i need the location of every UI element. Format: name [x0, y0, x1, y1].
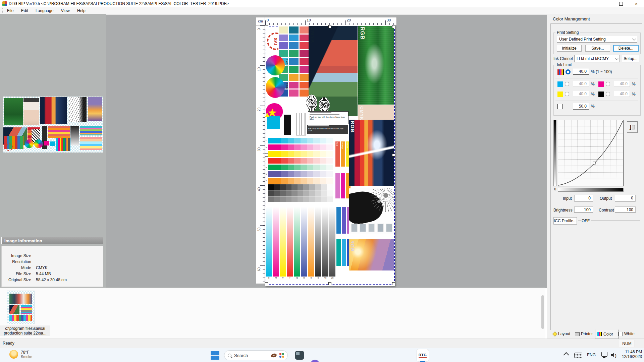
taskbar-app-console[interactable] — [295, 351, 304, 360]
job-thumbnail[interactable] — [7, 291, 34, 324]
selection-handle[interactable] — [265, 154, 268, 157]
taskbar: 78°F Smoke Search DTG ENG ) — [0, 348, 644, 362]
taskbar-app-dtg-active[interactable]: DTG — [417, 349, 429, 361]
tray-network-icon[interactable] — [601, 352, 607, 357]
delete-button[interactable]: Delete... — [613, 45, 639, 52]
tab-color[interactable]: Color — [595, 329, 619, 339]
tray-language[interactable]: ENG — [587, 353, 596, 357]
thumb-art — [21, 305, 32, 314]
gradient-column-label: g — [294, 277, 300, 280]
curve-channel-button[interactable]: ] — [627, 121, 638, 133]
document-page[interactable]: SAI CMYK RGB CMYK CMYK RGB — [265, 25, 395, 286]
initialize-button[interactable]: Initialize — [557, 45, 582, 52]
taskbar-app-meet[interactable] — [311, 360, 319, 362]
gray-step — [274, 196, 280, 202]
selection-handle[interactable] — [328, 25, 331, 28]
fade-step — [275, 151, 281, 157]
tray-clock[interactable]: 11:46 PM 12/16/2023 — [616, 350, 642, 359]
menu-gripper[interactable] — [2, 8, 3, 13]
black-radio[interactable] — [606, 92, 610, 96]
yellow-radio[interactable] — [565, 92, 569, 96]
contrast-field[interactable]: 100 — [615, 206, 636, 213]
gray-step — [327, 190, 333, 196]
selection-handle[interactable] — [392, 25, 395, 28]
collage-color-rows — [80, 126, 102, 135]
maximize-button[interactable] — [613, 0, 629, 7]
print-setting-dropdown[interactable]: User Defined Print Setting — [557, 36, 637, 43]
image-information-header: Image Information — [1, 237, 103, 244]
contrast-label: Contrast — [599, 208, 614, 213]
fade-bar — [268, 138, 333, 143]
close-button[interactable]: × — [629, 0, 644, 7]
all-channels-radio[interactable] — [566, 69, 571, 74]
tray-chevron-up-icon[interactable] — [564, 352, 569, 358]
setup-button[interactable]: Setup... — [622, 55, 639, 62]
output-field[interactable]: 0 — [615, 195, 636, 201]
swatch-cell — [300, 74, 309, 81]
canvas-area[interactable]: cm 0102030 0102030405060 SAI CMYK — [106, 14, 547, 288]
magenta-limit-field[interactable]: 40.0 — [614, 81, 630, 87]
fade-step — [307, 165, 313, 170]
tray-keyboard-icon[interactable] — [574, 353, 582, 358]
gray-step — [280, 196, 286, 202]
start-button[interactable] — [211, 351, 219, 360]
minimize-button[interactable] — [598, 0, 613, 7]
save-button[interactable]: Save... — [585, 45, 610, 52]
input-field[interactable]: 0 — [574, 195, 593, 201]
v-ruler-label: 40 — [257, 187, 261, 192]
fade-step — [275, 165, 281, 170]
selection-handle[interactable] — [328, 282, 331, 285]
h-ruler-label: 10 — [307, 18, 311, 22]
job-caption[interactable]: c:\program files\sai\sai production suit… — [0, 325, 50, 336]
yellow-limit-field[interactable]: 40.0 — [573, 91, 589, 97]
tab-layout[interactable]: Layout — [551, 329, 576, 338]
search-box[interactable]: Search — [224, 350, 288, 360]
menu-help[interactable]: Help — [74, 8, 89, 14]
swatch-cell — [300, 58, 309, 65]
title-bar[interactable]: DTG RIP Ver10.5 <C:\PROGRAM FILES\SAI\SA… — [0, 0, 644, 8]
black-limit-field[interactable]: 40.0 — [614, 91, 630, 97]
gray-step — [268, 190, 274, 196]
gradient-column: o — [308, 207, 314, 280]
h-ruler-label: 20 — [347, 18, 351, 22]
weather-widget[interactable]: 78°F Smoke — [9, 350, 32, 359]
fade-step — [268, 165, 275, 170]
job-strip-scrollbar[interactable] — [541, 295, 544, 329]
tray-volume-icon[interactable]: ) — [611, 352, 616, 358]
color-wheel — [266, 55, 285, 75]
brightness-field[interactable]: 100 — [574, 206, 593, 213]
menu-language[interactable]: Language — [33, 8, 56, 14]
menu-edit[interactable]: Edit — [18, 8, 31, 14]
selection-handle[interactable] — [265, 25, 268, 28]
curve-graph[interactable] — [558, 120, 624, 186]
num-lock-indicator: NUM — [619, 340, 635, 347]
tab-printer[interactable]: Printer — [573, 329, 598, 338]
icc-profile-button[interactable]: ICC Profile... — [553, 217, 577, 225]
menu-view[interactable]: View — [58, 8, 73, 14]
tab-label: White — [624, 331, 635, 336]
magenta-radio[interactable] — [606, 82, 610, 86]
all-ink-limit-field[interactable]: 40.0 — [573, 68, 589, 75]
fade-bar — [268, 171, 333, 177]
tab-white[interactable]: White — [616, 329, 639, 338]
gray-step — [268, 196, 274, 202]
fade-step — [288, 151, 294, 157]
cyan-radio[interactable] — [565, 82, 569, 86]
ink-channel-dropdown[interactable]: LLkLmLcLkKCMY — [574, 55, 620, 62]
trio-bar — [342, 207, 346, 234]
printer-icon — [575, 332, 580, 336]
menu-file[interactable]: File — [4, 8, 16, 14]
v-ruler-label: 60 — [257, 267, 261, 272]
v-ruler-label: 50 — [257, 227, 261, 232]
start-pane — [211, 356, 215, 360]
search-highlight-chart-icon — [279, 353, 284, 358]
gradient-column: m — [273, 207, 279, 280]
selection-handle[interactable] — [392, 154, 395, 157]
white-limit-field[interactable]: 50.0 — [573, 103, 589, 110]
cyan-limit-field[interactable]: 40.0 — [573, 81, 589, 87]
selection-handle[interactable] — [392, 282, 395, 285]
selection-handle[interactable] — [265, 282, 268, 285]
tab-label: Printer — [581, 331, 593, 336]
gradient-bar — [294, 207, 300, 277]
film-frame — [351, 224, 358, 232]
